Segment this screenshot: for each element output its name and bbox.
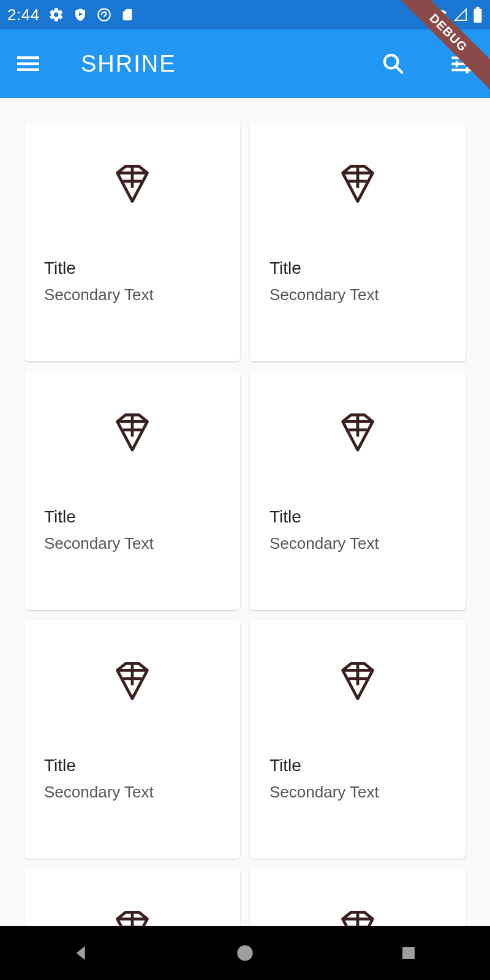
product-card[interactable]: Title Secondary Text	[24, 123, 240, 361]
card-subtitle: Secondary Text	[270, 534, 446, 553]
diamond-icon	[111, 660, 153, 702]
svg-rect-14	[466, 67, 469, 74]
card-title: Title	[270, 756, 446, 775]
status-bar: 2:44	[0, 0, 490, 29]
card-image	[24, 869, 240, 926]
card-image	[250, 371, 466, 494]
android-nav-bar	[0, 926, 490, 980]
card-subtitle: Secondary Text	[44, 783, 221, 802]
svg-rect-3	[476, 7, 479, 9]
svg-rect-11	[451, 69, 472, 71]
card-image	[250, 620, 466, 742]
product-grid: Title Secondary Text Title Secondary Tex…	[24, 123, 466, 926]
product-card[interactable]: Title Secondary Text	[24, 869, 240, 926]
content-area[interactable]: Title Secondary Text Title Secondary Tex…	[0, 98, 490, 926]
product-card[interactable]: Title Secondary Text	[24, 371, 240, 610]
card-subtitle: Secondary Text	[44, 285, 221, 304]
sd-card-icon	[121, 7, 134, 23]
card-image	[250, 869, 466, 926]
card-subtitle: Secondary Text	[270, 285, 446, 304]
card-image	[24, 371, 240, 494]
svg-rect-9	[451, 56, 472, 59]
card-image	[24, 620, 240, 742]
tune-icon[interactable]	[448, 50, 475, 77]
diamond-icon	[337, 909, 379, 926]
product-card[interactable]: Title Secondary Text	[250, 123, 466, 361]
svg-point-48	[237, 945, 253, 961]
svg-rect-4	[17, 56, 39, 59]
svg-rect-6	[17, 69, 39, 72]
svg-marker-47	[77, 946, 85, 960]
svg-rect-5	[17, 62, 39, 66]
diamond-icon	[111, 909, 153, 926]
nav-back-icon[interactable]	[68, 940, 95, 967]
nav-recent-icon[interactable]	[395, 940, 422, 967]
gear-icon	[48, 7, 64, 23]
svg-line-8	[396, 67, 402, 72]
app-title: SHRINE	[81, 51, 176, 77]
diamond-icon	[111, 163, 153, 205]
nav-home-icon[interactable]	[232, 940, 258, 967]
status-clock: 2:44	[7, 6, 40, 24]
cell-signal-icon	[453, 8, 468, 21]
card-image	[24, 123, 240, 245]
diamond-icon	[337, 660, 379, 702]
card-title: Title	[44, 507, 221, 527]
card-title: Title	[44, 258, 221, 278]
app-bar: SHRINE	[0, 29, 490, 98]
card-subtitle: Secondary Text	[270, 783, 446, 802]
product-card[interactable]: Title Secondary Text	[250, 620, 466, 859]
card-title: Title	[270, 507, 446, 527]
svg-point-1	[98, 9, 110, 21]
product-card[interactable]: Title Secondary Text	[250, 371, 466, 610]
svg-rect-2	[474, 9, 482, 23]
search-icon[interactable]	[380, 50, 407, 77]
card-title: Title	[44, 756, 221, 775]
diamond-icon	[111, 412, 153, 453]
svg-rect-10	[451, 62, 472, 65]
card-subtitle: Secondary Text	[44, 534, 221, 553]
wifi-icon	[431, 8, 448, 21]
svg-rect-13	[456, 61, 458, 67]
diamond-icon	[337, 163, 379, 205]
no-data-icon	[96, 7, 112, 23]
card-title: Title	[270, 258, 446, 278]
svg-rect-49	[402, 947, 415, 959]
battery-icon	[473, 7, 483, 23]
shield-icon	[73, 7, 88, 22]
product-card[interactable]: Title Secondary Text	[250, 869, 466, 926]
card-image	[250, 123, 466, 245]
diamond-icon	[337, 412, 379, 453]
product-card[interactable]: Title Secondary Text	[24, 620, 240, 859]
svg-rect-12	[464, 55, 466, 61]
menu-icon[interactable]	[15, 50, 42, 77]
